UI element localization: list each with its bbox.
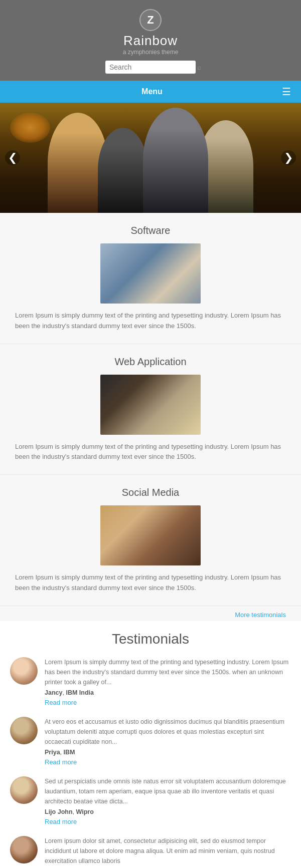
- header: Z Rainbow a zymphonies theme ⌕: [0, 0, 301, 81]
- section-image-social: [100, 505, 201, 565]
- logo-letter: Z: [147, 14, 154, 27]
- read-more-link-1[interactable]: Read more: [45, 699, 77, 706]
- hero-persons: [0, 108, 301, 213]
- testimonial-avatar-2: [10, 717, 38, 744]
- hero-person-3: [143, 108, 208, 213]
- testimonial-item-2: At vero eos et accusamus et iusto odio d…: [10, 717, 291, 766]
- testimonial-author-1: Jancy, IBM India: [45, 689, 291, 696]
- slider-arrow-right[interactable]: ❯: [281, 150, 296, 165]
- testimonial-avatar-1: [10, 657, 38, 685]
- testimonial-content-3: Sed ut perspiciatis unde omnis iste natu…: [45, 776, 291, 826]
- testimonial-content-2: At vero eos et accusamus et iusto odio d…: [45, 717, 291, 766]
- section-image-software: [100, 243, 201, 304]
- nav-bar[interactable]: Menu ☰: [0, 81, 301, 103]
- testimonial-item-4: Lorem ipsum dolor sit amet, consectetur …: [10, 836, 291, 868]
- testimonials-title: Testimonials: [10, 631, 291, 647]
- section-text-software: Lorem Ipsum is simply dummy text of the …: [15, 311, 286, 332]
- testimonial-avatar-4: [10, 836, 38, 863]
- section-software: Software Lorem Ipsum is simply dummy tex…: [0, 213, 301, 344]
- section-image-webapp: [100, 375, 201, 435]
- section-title-software: Software: [15, 225, 286, 236]
- testimonial-content-4: Lorem ipsum dolor sit amet, consectetur …: [45, 836, 291, 868]
- more-testimonials-container: More testimonials: [0, 606, 301, 621]
- testimonial-avatar-3: [10, 776, 38, 804]
- section-social: Social Media Lorem Ipsum is simply dummy…: [0, 475, 301, 606]
- testimonial-item-1: Lorem Ipsum is simply dummy text of the …: [10, 657, 291, 707]
- search-icon: ⌕: [197, 63, 201, 71]
- section-webapp: Web Application Lorem Ipsum is simply du…: [0, 344, 301, 475]
- slider-arrow-left[interactable]: ❮: [5, 150, 20, 165]
- search-bar: ⌕: [105, 61, 196, 74]
- testimonial-text-2: At vero eos et accusamus et iusto odio d…: [45, 717, 291, 747]
- hero-slider: ❮ ❯: [0, 103, 301, 213]
- hero-person-2: [98, 128, 148, 213]
- section-title-webapp: Web Application: [15, 356, 286, 368]
- section-text-social: Lorem Ipsum is simply dummy text of the …: [15, 572, 286, 594]
- read-more-link-3[interactable]: Read more: [45, 818, 77, 825]
- testimonial-content-1: Lorem Ipsum is simply dummy text of the …: [45, 657, 291, 707]
- testimonial-text-4: Lorem ipsum dolor sit amet, consectetur …: [45, 836, 291, 866]
- testimonial-text-1: Lorem Ipsum is simply dummy text of the …: [45, 657, 291, 687]
- hamburger-icon[interactable]: ☰: [282, 86, 291, 98]
- site-title: Rainbow: [5, 33, 296, 49]
- testimonial-item-3: Sed ut perspiciatis unde omnis iste natu…: [10, 776, 291, 826]
- nav-menu-label: Menu: [22, 87, 282, 96]
- more-testimonials-link[interactable]: More testimonials: [235, 611, 286, 619]
- read-more-link-2[interactable]: Read more: [45, 758, 77, 766]
- site-subtitle: a zymphonies theme: [5, 49, 296, 56]
- testimonial-author-2: Priya, IBM: [45, 749, 291, 756]
- testimonial-author-3: Lijo John, Wipro: [45, 808, 291, 815]
- page-wrapper: Z Rainbow a zymphonies theme ⌕ Menu ☰ ❮ …: [0, 0, 301, 868]
- logo-circle: Z: [139, 9, 162, 31]
- testimonials-section: Testimonials Lorem Ipsum is simply dummy…: [0, 621, 301, 868]
- section-text-webapp: Lorem Ipsum is simply dummy text of the …: [15, 442, 286, 463]
- testimonial-text-3: Sed ut perspiciatis unde omnis iste natu…: [45, 776, 291, 806]
- search-input[interactable]: [109, 63, 197, 71]
- section-title-social: Social Media: [15, 487, 286, 498]
